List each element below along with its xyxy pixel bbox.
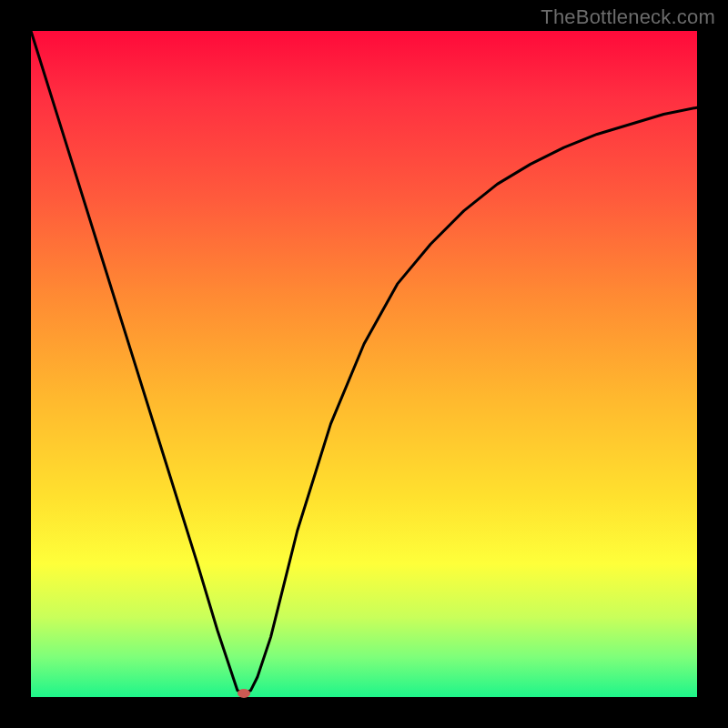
plot-area — [31, 31, 697, 697]
bottleneck-curve — [31, 31, 697, 697]
optimum-marker — [238, 689, 250, 698]
chart-frame: TheBottleneck.com — [0, 0, 728, 728]
watermark-text: TheBottleneck.com — [541, 5, 715, 29]
